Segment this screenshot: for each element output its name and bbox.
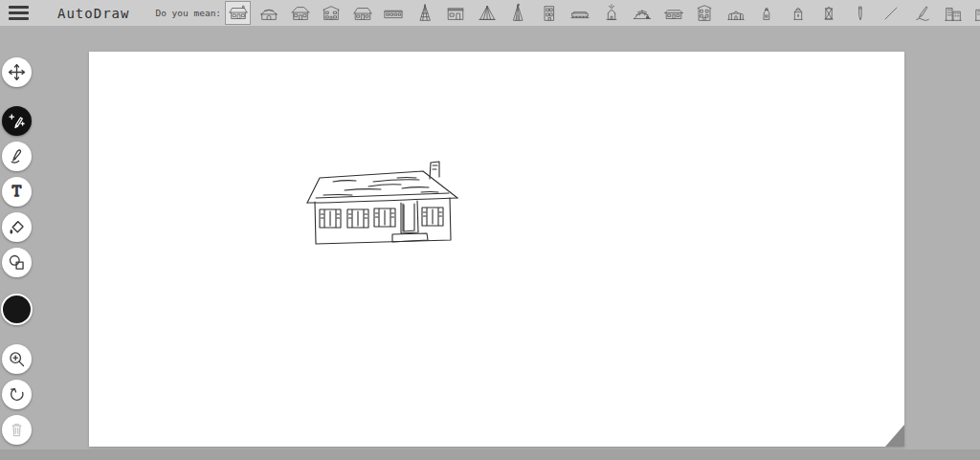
pen-squiggle-icon: [911, 3, 934, 24]
bungalow-icon: [662, 3, 685, 24]
suggestion-windmill-hut[interactable]: [598, 1, 624, 25]
suggestion-storefront[interactable]: [443, 1, 469, 25]
draw-tool[interactable]: [2, 142, 32, 171]
tower-tent-icon: [413, 3, 436, 24]
delete-button: [2, 415, 32, 445]
shape-tool[interactable]: [2, 248, 32, 277]
storefront-icon: [444, 3, 467, 24]
suggestion-oil-lamp[interactable]: [754, 1, 780, 25]
city-buildings-icon: [942, 3, 965, 24]
autodraw-tool[interactable]: [2, 106, 32, 136]
corner-resize-handle[interactable]: [885, 425, 904, 447]
ranch-house-icon: [227, 3, 250, 24]
undo-button[interactable]: [2, 380, 32, 409]
suggestion-label: Do you mean:: [155, 8, 221, 18]
marker-icon: [849, 3, 872, 24]
two-story-house-icon: [320, 3, 343, 24]
suggestion-bungalow[interactable]: [660, 1, 686, 25]
house-drawing: [306, 159, 459, 248]
oil-lamp-icon: [755, 3, 778, 24]
long-building-icon: [382, 3, 405, 24]
line-icon: [880, 3, 902, 24]
app-title: AutoDraw: [57, 6, 129, 21]
text-t-icon: T: [7, 182, 27, 202]
drawing-canvas[interactable]: [89, 52, 904, 447]
factory-icon: [973, 3, 980, 24]
suggestion-marker[interactable]: [847, 1, 873, 25]
fill-tool[interactable]: [2, 212, 32, 242]
suggestion-teepee[interactable]: [505, 1, 531, 25]
suggestion-two-story-house[interactable]: [319, 1, 345, 25]
suggestion-strip: [225, 0, 980, 26]
menu-button[interactable]: [9, 6, 29, 19]
suggestion-round-lantern[interactable]: [785, 1, 811, 25]
palace-icon: [724, 3, 747, 24]
magnifier-plus-icon: [7, 349, 27, 369]
house-with-door-icon: [351, 3, 374, 24]
select-tool[interactable]: [2, 57, 32, 87]
suggestion-house-with-door[interactable]: [349, 1, 375, 25]
square-lantern-icon: [817, 3, 840, 24]
suggestion-square-lantern[interactable]: [816, 1, 842, 25]
suggestion-igloo[interactable]: [630, 1, 656, 25]
suggestion-ranch-house[interactable]: [225, 1, 251, 25]
suggestion-hut[interactable]: [256, 1, 282, 25]
trash-icon: [7, 420, 27, 440]
svg-text:T: T: [12, 184, 22, 199]
workspace: T: [0, 26, 980, 449]
undo-arrow-icon: [7, 384, 27, 405]
train-icon: [568, 3, 591, 24]
pen-icon: [7, 146, 27, 166]
apartment-building-icon: [538, 3, 561, 24]
suggestion-tower-tent[interactable]: [412, 1, 437, 25]
suggestion-pen-squiggle[interactable]: [909, 1, 935, 25]
paint-bucket-icon: [7, 217, 27, 237]
circle-square-icon: [7, 252, 27, 273]
zoom-tool[interactable]: [2, 344, 32, 374]
round-lantern-icon: [787, 3, 810, 24]
topbar: AutoDraw Do you mean:: [0, 0, 980, 26]
suggestion-train[interactable]: [568, 1, 593, 25]
suggestion-townhouse[interactable]: [692, 1, 718, 25]
hut-icon: [257, 3, 280, 24]
suggestion-city-buildings[interactable]: [941, 1, 967, 25]
teepee-icon: [506, 3, 529, 24]
igloo-icon: [631, 3, 654, 24]
suggestion-cottage[interactable]: [287, 1, 313, 25]
magic-pencil-icon: [7, 111, 27, 131]
cottage-icon: [289, 3, 312, 24]
suggestion-long-building[interactable]: [381, 1, 407, 25]
suggestion-tent[interactable]: [474, 1, 500, 25]
type-tool[interactable]: T: [2, 177, 32, 207]
color-swatch[interactable]: [1, 294, 33, 325]
bottom-strip: [0, 449, 980, 460]
suggestion-factory[interactable]: [971, 1, 980, 25]
suggestion-apartment-building[interactable]: [536, 1, 562, 25]
windmill-hut-icon: [600, 3, 623, 24]
tent-icon: [476, 3, 499, 24]
suggestion-line[interactable]: [879, 1, 904, 25]
hamburger-icon: [9, 6, 29, 8]
suggestion-palace[interactable]: [723, 1, 748, 25]
move-arrows-icon: [7, 62, 27, 82]
townhouse-icon: [693, 3, 716, 24]
